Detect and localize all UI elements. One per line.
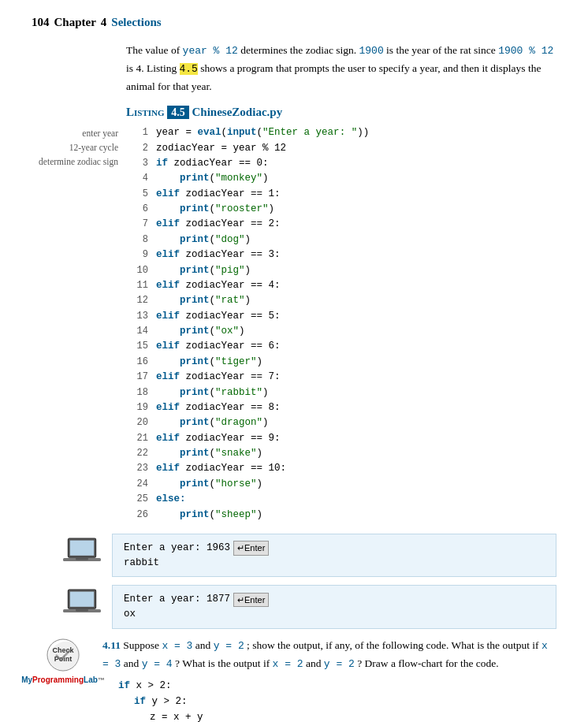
code-line-23: 23 elif zodiacYear == 10: [126,461,556,476]
code-line-19: 19 elif zodiacYear == 8: [126,400,556,415]
code-line-21: 21 elif zodiacYear == 9: [126,431,556,446]
question-411-and1: and [195,639,214,651]
terminal-prompt-1: Enter a year: 1963 [124,541,230,556]
terminal-section-1: Enter a year: 1963 ↵Enter rabbit [63,534,556,578]
header-chapter-label: Chapter [54,16,96,29]
checkpoint-badge-icon: Check Point [45,637,81,673]
terminal-output-1: rabbit [124,556,545,571]
code-line-5: 5 elif zodiacYear == 1: [126,187,556,202]
code-line-9: 9 elif zodiacYear == 3: [126,247,556,262]
header-chapter-title: Selections [111,16,161,29]
checkpoint-section: Check Point MyProgrammingLab™ 4.11 Suppo… [32,637,556,722]
code-line-26: 26 print("sheep") [126,508,556,523]
terminal-section-2: Enter a year: 1877 ↵Enter ox [63,585,556,629]
code-line-8: 8 print("dog") [126,233,556,247]
code-line-16: 16 print("tiger") [126,355,556,370]
side-labels: enter year 12-year cycle determine zodia… [32,125,126,523]
intro-paragraph: The value of year % 12 determines the zo… [126,42,556,95]
question-411-text1: Suppose [123,639,162,651]
code-line-12: 12 print("rat") [126,293,556,308]
code-line-1: 1 year = eval(input("Enter a year: ")) [126,125,556,140]
page: 104 Chapter 4 Selections The value of ye… [0,0,588,722]
intro-text3: is the year of the rat since [386,44,496,56]
code-line-17: 17 elif zodiacYear == 7: [126,370,556,385]
laptop-icon-1 [63,537,101,567]
enter-button-2: ↵Enter [233,593,269,608]
question-411-code: if x > 2: if y > 2: z = x + y print("z i… [118,678,556,722]
terminal-input-2: Enter a year: 1877 ↵Enter [124,592,545,607]
svg-rect-3 [76,558,88,560]
terminal-box-1: Enter a year: 1963 ↵Enter rabbit [112,534,556,578]
intro-text4: is 4. Listing [126,62,177,74]
code-411-line2: if y > 2: [134,694,556,709]
listing-label: Listing [126,106,165,118]
page-header: 104 Chapter 4 Selections [32,16,556,29]
svg-rect-5 [70,592,94,607]
question-411-text4: ? Draw a flow-chart for the code. [357,657,499,669]
listing-number: 4.5 [167,106,189,119]
code-line-24: 24 print("horse") [126,477,556,492]
intro-listing-ref: 4.5 [180,63,198,75]
code-411-line3: z = x + y [150,709,556,722]
side-label-2: determine zodiac sign [32,155,118,169]
questions-area: 4.11 Suppose x = 3 and y = 2 ; show the … [102,637,556,722]
svg-rect-1 [70,541,94,556]
question-411-text3: ? What is the output if [175,657,270,669]
page-number: 104 [32,16,50,29]
laptop-icon-2 [63,588,101,618]
code-line-7: 7 elif zodiacYear == 2: [126,217,556,232]
checkpoint-icon: Check Point MyProgrammingLab™ [32,637,95,684]
code-411-line1: if x > 2: [118,678,556,694]
intro-text1: The value of [126,44,180,56]
enter-button-1: ↵Enter [233,541,269,556]
code-line-13: 13 elif zodiacYear == 5: [126,309,556,324]
question-411: 4.11 Suppose x = 3 and y = 2 ; show the … [102,637,556,722]
terminal-box-2: Enter a year: 1877 ↵Enter ox [112,585,556,629]
question-411-y2: y = 4 [142,658,173,670]
intro-text2: determines the zodiac sign. [240,44,356,56]
code-line-22: 22 print("snake") [126,446,556,461]
code-line-4: 4 print("monkey") [126,171,556,186]
header-chapter-number: 4 [101,16,107,29]
terminal-prompt-2: Enter a year: 1877 [124,592,230,607]
intro-code3: 1900 % 12 [498,45,553,57]
code-area: enter year 12-year cycle determine zodia… [32,125,556,523]
svg-text:Check: Check [52,646,74,654]
listing-title: Listing 4.5 ChineseZodiac.py [126,106,556,119]
code-line-18: 18 print("rabbit") [126,385,556,400]
code-line-14: 14 print("ox") [126,324,556,339]
code-line-2: 2 zodiacYear = year % 12 [126,141,556,156]
code-line-25: 25 else: [126,492,556,507]
terminal-output-2: ox [124,607,545,622]
code-line-3: 3 if zodiacYear == 0: [126,156,556,171]
code-line-11: 11 elif zodiacYear == 4: [126,278,556,293]
question-411-and2: and [124,657,142,669]
code-line-10: 10 print("pig") [126,263,556,278]
side-label-1: 12-year cycle [32,141,118,155]
question-411-text2: ; show the output, if any, of the follow… [247,639,538,651]
question-411-and3: and [306,657,324,669]
svg-rect-7 [76,609,88,611]
intro-code1: year % 12 [183,45,238,57]
code-line-15: 15 elif zodiacYear == 6: [126,339,556,354]
question-411-y3: y = 2 [324,658,355,670]
question-411-x1: x = 3 [162,640,192,652]
mylab-label: MyProgrammingLab™ [21,675,105,684]
terminal-input-1: Enter a year: 1963 ↵Enter [124,541,545,556]
question-411-number: 4.11 [102,639,121,651]
code-line-20: 20 print("dragon") [126,415,556,430]
code-line-6: 6 print("rooster") [126,202,556,217]
question-411-y1: y = 2 [214,640,244,652]
side-label-0: enter year [32,127,118,141]
intro-code2: 1900 [359,45,384,57]
listing-filename: ChineseZodiac.py [192,106,283,118]
question-411-x3: x = 2 [273,658,303,670]
code-block: 1 year = eval(input("Enter a year: ")) 2… [126,125,556,523]
